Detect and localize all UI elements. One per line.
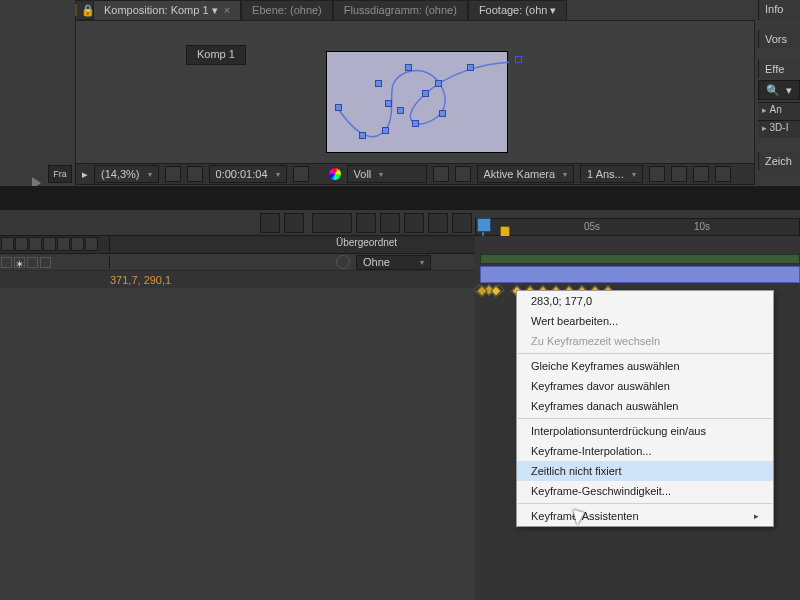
exposure-icon[interactable] bbox=[433, 166, 449, 182]
tool-graph-icon[interactable] bbox=[404, 213, 424, 233]
timeline-layer-panel: Übergeordnet ✶ Ohne 371,7, 290,1 bbox=[0, 236, 475, 288]
composition-viewer: Komp 1 bbox=[75, 20, 755, 185]
layer-switch[interactable] bbox=[27, 257, 38, 268]
channel-icon[interactable] bbox=[329, 168, 341, 180]
tab-composition[interactable]: Komposition: Komp 1 ▾× bbox=[93, 0, 241, 20]
ctx-select-following[interactable]: Keyframes danach auswählen bbox=[517, 396, 773, 416]
motion-path bbox=[327, 52, 509, 154]
tab-layer[interactable]: Ebene: (ohne) bbox=[241, 0, 333, 20]
flowchart-icon[interactable] bbox=[715, 166, 731, 182]
panel-preview[interactable]: Vors bbox=[758, 30, 800, 48]
switch-adjust-icon[interactable] bbox=[57, 237, 70, 251]
ctx-edit-value[interactable]: Wert bearbeiten... bbox=[517, 311, 773, 331]
pixel-icon[interactable] bbox=[649, 166, 665, 182]
keyframe[interactable] bbox=[476, 285, 487, 296]
views-dropdown[interactable]: 1 Ans... bbox=[580, 165, 643, 183]
cursor-icon bbox=[575, 508, 589, 526]
comp-canvas[interactable] bbox=[326, 51, 508, 153]
timeline-icon[interactable] bbox=[693, 166, 709, 182]
ctx-select-equal[interactable]: Gleiche Keyframes auswählen bbox=[517, 356, 773, 376]
tool-motionblur-icon[interactable] bbox=[356, 213, 376, 233]
position-value[interactable]: 371,7, 290,1 bbox=[110, 274, 171, 286]
switch-fx-icon[interactable] bbox=[15, 237, 28, 251]
ruler-tick: 05s bbox=[584, 221, 600, 232]
frame-tab[interactable]: Fra bbox=[48, 165, 72, 183]
panel-item-3d[interactable]: 3D-I bbox=[758, 120, 800, 138]
camera-dropdown[interactable]: Aktive Kamera bbox=[477, 165, 575, 183]
work-area-bar[interactable] bbox=[480, 254, 800, 264]
tool-shy-icon[interactable] bbox=[260, 213, 280, 233]
panel-effects[interactable]: Effe bbox=[758, 60, 800, 78]
switch-solo-icon[interactable] bbox=[85, 237, 98, 251]
switch-frameblend-icon[interactable] bbox=[29, 237, 42, 251]
viewer-tabs: 🔒 Komposition: Komp 1 ▾× Ebene: (ohne) F… bbox=[75, 0, 567, 20]
tab-footage[interactable]: Footage: (ohn ▾ bbox=[468, 0, 568, 20]
ctx-toggle-hold[interactable]: Interpolationsunterdrückung ein/aus bbox=[517, 421, 773, 441]
ctx-rove-across-time[interactable]: Zeitlich nicht fixiert bbox=[517, 461, 773, 481]
comp-breadcrumb[interactable]: Komp 1 bbox=[186, 45, 246, 65]
timecode-display[interactable]: 0:00:01:04 bbox=[209, 165, 287, 183]
viewer-footer: ▸ (14,3%) 0:00:01:04 Voll Aktive Kamera … bbox=[75, 163, 755, 185]
property-row-position[interactable]: 371,7, 290,1 bbox=[0, 271, 475, 288]
layer-switch[interactable] bbox=[1, 257, 12, 268]
panel-info[interactable]: Info bbox=[758, 0, 800, 20]
layer-duration-bar[interactable] bbox=[480, 266, 800, 283]
ctx-velocity[interactable]: Keyframe-Geschwindigkeit... bbox=[517, 481, 773, 501]
layer-switch[interactable] bbox=[40, 257, 51, 268]
keyframe[interactable] bbox=[490, 285, 501, 296]
tab-flowchart[interactable]: Flussdiagramm: (ohne) bbox=[333, 0, 468, 20]
snapshot-icon[interactable] bbox=[293, 166, 309, 182]
tool-autokey-icon[interactable] bbox=[428, 213, 448, 233]
parent-header: Übergeordnet bbox=[330, 236, 475, 253]
close-icon[interactable]: × bbox=[224, 4, 230, 16]
search-icon: 🔍 bbox=[766, 84, 780, 97]
ctx-interpolation[interactable]: Keyframe-Interpolation... bbox=[517, 441, 773, 461]
tool-quality-icon[interactable] bbox=[452, 213, 472, 233]
ctx-keyframe-assistant[interactable]: Keyframe-Assistenten bbox=[517, 506, 773, 526]
ctx-goto-time: Zu Keyframezeit wechseln bbox=[517, 331, 773, 351]
switch-motionblur-icon[interactable] bbox=[43, 237, 56, 251]
ctx-select-previous[interactable]: Keyframes davor auswählen bbox=[517, 376, 773, 396]
grid-icon[interactable] bbox=[187, 166, 203, 182]
ctx-current-value[interactable]: 283,0; 177,0 bbox=[517, 291, 773, 311]
ruler-tick: 10s bbox=[694, 221, 710, 232]
fast-preview-icon[interactable] bbox=[671, 166, 687, 182]
tool-frameblend-icon[interactable] bbox=[312, 213, 352, 233]
tab-lock-icon[interactable]: 🔒 bbox=[75, 0, 93, 20]
transparency-icon[interactable] bbox=[455, 166, 471, 182]
keyframe-context-menu: 283,0; 177,0 Wert bearbeiten... Zu Keyfr… bbox=[516, 290, 774, 527]
switch-shy-icon[interactable] bbox=[1, 237, 14, 251]
layer-switch[interactable]: ✶ bbox=[14, 257, 25, 268]
panel-paint[interactable]: Zeich bbox=[758, 152, 800, 170]
switch-3d-icon[interactable] bbox=[71, 237, 84, 251]
time-ruler[interactable]: 05s 10s bbox=[475, 218, 800, 236]
tool-3d-icon[interactable] bbox=[284, 213, 304, 233]
switches-header bbox=[0, 236, 110, 253]
zoom-dropdown[interactable]: (14,3%) bbox=[94, 165, 159, 183]
collapse-icon[interactable]: ▸ bbox=[82, 168, 88, 181]
dropdown-icon[interactable]: ▾ bbox=[212, 4, 218, 16]
effects-search[interactable]: 🔍▾ bbox=[758, 80, 800, 100]
res-icon[interactable] bbox=[165, 166, 181, 182]
tool-brainstorm-icon[interactable] bbox=[380, 213, 400, 233]
channel-dropdown[interactable]: Voll bbox=[347, 165, 427, 183]
parent-pickwhip-icon[interactable] bbox=[336, 255, 350, 269]
panel-item-animation[interactable]: An bbox=[758, 102, 800, 120]
parent-dropdown[interactable]: Ohne bbox=[356, 255, 431, 270]
layer-row[interactable]: ✶ Ohne bbox=[0, 254, 475, 271]
